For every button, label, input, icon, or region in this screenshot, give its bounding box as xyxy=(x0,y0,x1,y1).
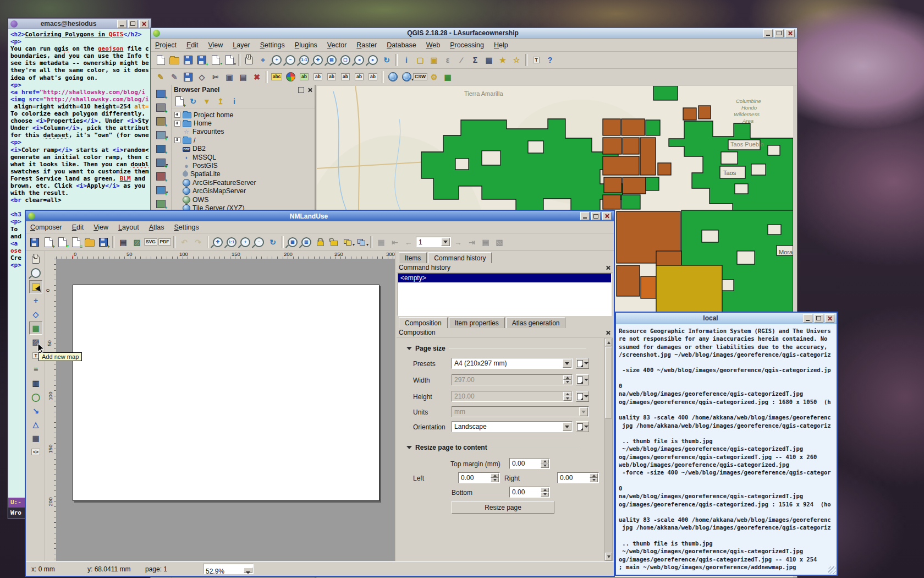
browser-item-arcgisfeatureserver[interactable]: ArcGisFeatureServer xyxy=(173,178,315,187)
unlock-items-icon[interactable] xyxy=(327,236,340,249)
add-delimited-text-layer-icon[interactable]: + xyxy=(155,114,168,128)
zoom-native-icon[interactable]: 1:1 xyxy=(298,53,311,67)
resize-page-button[interactable]: Resize page xyxy=(452,501,554,514)
browser-item-arcgismapserver[interactable]: ArcGisMapServer xyxy=(173,187,315,195)
atlas-prev-icon[interactable]: ← xyxy=(402,236,415,249)
grass-icon[interactable]: ▦ xyxy=(441,70,454,84)
resize-grip[interactable] xyxy=(828,566,836,574)
export-pdf-icon[interactable]: PDF xyxy=(158,236,171,249)
tab-item-properties[interactable]: Item properties xyxy=(449,317,505,329)
browser-item-postgis[interactable]: ●PostGIS xyxy=(173,161,315,170)
atlas-last-icon[interactable]: ⇥ xyxy=(465,236,479,249)
composer-titlebar[interactable]: NMLandUse xyxy=(26,211,614,221)
bottom-margin-input[interactable]: 0.00 xyxy=(509,487,550,498)
menu-atlas[interactable]: Atlas xyxy=(145,222,169,232)
save-edits-icon[interactable] xyxy=(182,70,195,84)
zoom-level-select[interactable]: 52.9% xyxy=(203,564,254,574)
snap-grid-icon[interactable]: ▦ xyxy=(286,236,299,249)
add-raster-layer-icon[interactable]: + xyxy=(155,101,168,114)
sum-icon[interactable]: Σ xyxy=(469,53,482,67)
csw-icon[interactable]: CSW xyxy=(414,70,427,84)
zoom-in-icon[interactable]: + xyxy=(239,236,252,249)
text-annotation-icon[interactable]: T xyxy=(530,53,543,67)
node-tool-icon[interactable]: ◇ xyxy=(195,70,208,84)
close-panel-icon[interactable] xyxy=(307,88,312,92)
add-postgis-layer-icon[interactable]: + xyxy=(155,142,168,155)
load-template-icon[interactable] xyxy=(83,236,96,249)
label-pin-icon[interactable]: ab xyxy=(311,70,324,84)
edit-nodes-item-tool[interactable]: ◇ xyxy=(29,308,42,321)
resize-page-group-header[interactable]: Resize page to content xyxy=(406,444,579,451)
command-history-list[interactable]: <empty> xyxy=(398,273,612,316)
orientation-override-button[interactable] xyxy=(576,421,589,432)
minimize-icon[interactable] xyxy=(763,29,773,37)
menu-view[interactable]: View xyxy=(89,222,113,232)
identify-icon[interactable]: i xyxy=(400,53,413,67)
top-margin-input[interactable]: 0.00 xyxy=(509,458,550,469)
label-move-icon[interactable]: ab xyxy=(339,70,352,84)
menu-composer[interactable]: Composer xyxy=(26,222,67,232)
atlas-first-icon[interactable]: ⇤ xyxy=(388,236,402,249)
filter-browser-icon[interactable]: ▼ xyxy=(200,95,213,108)
width-input[interactable]: 297.00 xyxy=(452,374,573,385)
browser-item-mssql[interactable]: ◗MSSQL xyxy=(173,153,315,161)
export-atlas-icon[interactable]: ▧ xyxy=(493,236,506,249)
presets-override-button[interactable] xyxy=(576,358,589,369)
print-atlas-icon[interactable]: ▤ xyxy=(479,236,492,249)
terminal-output[interactable]: Resource Geographic Information System (… xyxy=(616,324,837,575)
menu-edit[interactable]: Edit xyxy=(68,222,89,232)
move-item-content-tool[interactable]: + xyxy=(29,294,42,307)
browser-item-spatialite[interactable]: SpatiaLite xyxy=(173,170,315,178)
tab-composition[interactable]: Composition xyxy=(399,317,448,329)
zoom-in-icon[interactable]: + xyxy=(270,53,283,67)
close-icon[interactable] xyxy=(139,20,148,28)
paste-features-icon[interactable]: ▤ xyxy=(237,70,250,84)
menu-vector[interactable]: Vector xyxy=(323,40,351,50)
add-shape-tool[interactable]: ◯ xyxy=(29,390,42,403)
select-features-icon[interactable]: ▢ xyxy=(414,53,427,67)
composer-manager-icon[interactable]: ≡ xyxy=(69,236,82,249)
right-margin-input[interactable]: 0.00 xyxy=(557,472,599,483)
maximize-icon[interactable] xyxy=(774,29,784,37)
add-selected-layers-icon[interactable]: + xyxy=(173,95,186,108)
new-project-icon[interactable] xyxy=(154,53,167,67)
close-icon[interactable] xyxy=(785,29,795,37)
scroll-down-icon[interactable] xyxy=(605,553,612,560)
menu-layout[interactable]: Layout xyxy=(114,222,144,232)
units-select[interactable]: mm xyxy=(452,406,589,417)
group-items-icon[interactable]: ▾ xyxy=(341,236,354,249)
add-node-item-tool[interactable]: △ xyxy=(29,418,42,431)
menu-layer[interactable]: Layer xyxy=(228,40,254,50)
menu-database[interactable]: Database xyxy=(382,40,421,50)
close-icon[interactable] xyxy=(606,330,610,335)
label-highlight-icon[interactable]: ab xyxy=(325,70,338,84)
refresh-map-icon[interactable]: ↻ xyxy=(380,53,393,67)
labeling-icon[interactable]: abc xyxy=(270,70,283,84)
menu-web[interactable]: Web xyxy=(422,40,444,50)
new-composer-icon[interactable]: + xyxy=(42,236,55,249)
minimize-icon[interactable] xyxy=(117,20,127,28)
zoom-last-icon[interactable]: ◂ xyxy=(353,53,366,67)
zoom-tool[interactable] xyxy=(29,266,42,280)
maximize-icon[interactable] xyxy=(591,212,601,220)
label-green-icon[interactable]: ab xyxy=(298,70,311,84)
tab-command-history[interactable]: Command history xyxy=(428,252,492,264)
add-mssql-layer-icon[interactable]: +▾ xyxy=(155,156,168,169)
toggle-editing-icon[interactable]: ✎ xyxy=(168,70,181,84)
new-bookmark-icon[interactable]: ★ xyxy=(496,53,509,67)
zoom-next-icon[interactable]: ▸ xyxy=(366,53,380,67)
minimize-icon[interactable] xyxy=(803,314,812,323)
presets-select[interactable]: A4 (210x297 mm) xyxy=(452,358,573,369)
menu-processing[interactable]: Processing xyxy=(446,40,488,50)
tab-items[interactable]: Items xyxy=(399,252,427,264)
page-size-group-header[interactable]: Page size xyxy=(406,345,586,352)
browser-item--[interactable]: / xyxy=(173,136,315,144)
print-icon[interactable]: ▤ xyxy=(117,236,130,249)
width-override-button[interactable] xyxy=(576,374,589,385)
zoom-full-icon[interactable]: ✚ xyxy=(211,236,224,249)
metasearch-globe-icon[interactable] xyxy=(386,70,399,84)
add-oracle-layer-icon[interactable]: + xyxy=(155,170,168,183)
history-entry[interactable]: <empty> xyxy=(398,274,611,282)
zoom-100-icon[interactable]: 1:1 xyxy=(225,236,238,249)
zoom-to-selection-icon[interactable]: ▢ xyxy=(339,53,352,67)
